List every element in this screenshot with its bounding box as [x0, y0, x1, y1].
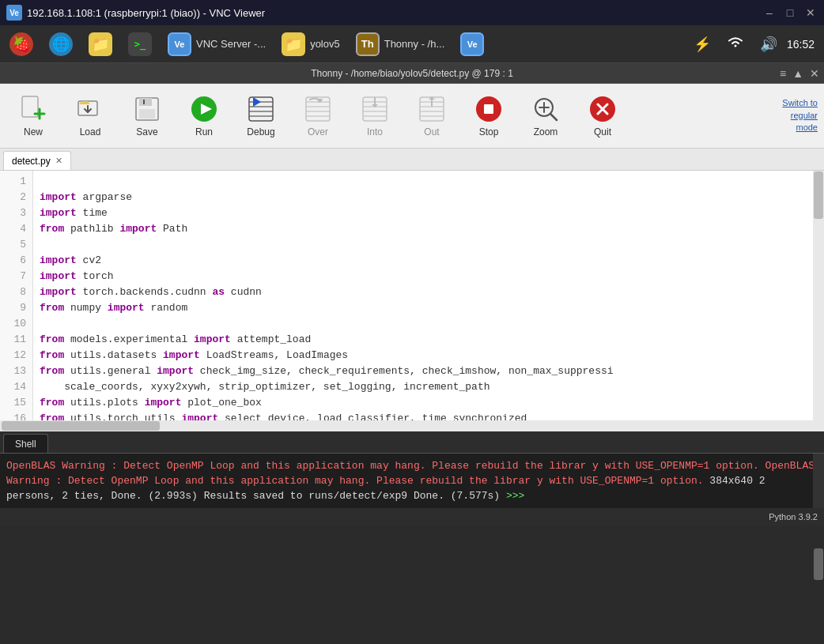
- minimize-button[interactable]: –: [762, 6, 777, 20]
- status-bar: Python 3.9.2: [0, 508, 824, 525]
- taskbar-thonny[interactable]: Th Thonny - /h...: [350, 28, 452, 60]
- editor-scrollbar-thumb[interactable]: [814, 171, 823, 219]
- taskbar-vnc2[interactable]: Ve: [454, 28, 490, 60]
- out-icon: [418, 95, 446, 123]
- line-num-11: 11: [0, 332, 32, 348]
- run-label: Run: [195, 126, 213, 137]
- out-button[interactable]: Out: [405, 88, 459, 145]
- sub-up-btn[interactable]: ▲: [791, 67, 805, 80]
- stop-icon: [474, 95, 503, 123]
- zoom-label: Zoom: [534, 126, 558, 137]
- taskbar-thonny-label: Thonny - /h...: [384, 38, 445, 50]
- taskbar-terminal[interactable]: >_: [122, 28, 158, 60]
- shell-result-2: Results saved to runs/detect/exp9: [204, 490, 407, 502]
- vnc-icon: Ve: [168, 32, 191, 56]
- volume-icon[interactable]: 🔊: [754, 28, 784, 60]
- load-button[interactable]: Load: [63, 88, 117, 145]
- shell-warning-1: OpenBLAS Warning : Detect OpenMP Loop an…: [6, 460, 759, 472]
- taskbar-raspberry[interactable]: 🍓: [3, 28, 40, 60]
- quit-icon: [588, 95, 617, 123]
- maximize-button[interactable]: □: [783, 6, 797, 20]
- quit-button[interactable]: Quit: [576, 88, 629, 145]
- svg-rect-38: [484, 104, 493, 114]
- line-num-7: 7: [0, 269, 32, 284]
- sub-menu-btn[interactable]: ≡: [778, 67, 788, 80]
- editor-scrollbar-h[interactable]: [0, 420, 813, 431]
- sub-close-btn[interactable]: ✕: [808, 67, 821, 80]
- over-icon: [304, 95, 332, 123]
- save-button[interactable]: Save: [120, 88, 174, 145]
- zoom-button[interactable]: Zoom: [519, 88, 573, 145]
- svg-rect-17: [306, 97, 330, 121]
- thonny-icon: Th: [356, 32, 380, 56]
- shell-tab[interactable]: Shell: [3, 434, 48, 453]
- debug-icon: [247, 95, 275, 123]
- shell-scrollbar-thumb[interactable]: [814, 548, 823, 580]
- title-bar-controls: – □ ✕: [762, 6, 818, 20]
- shell-tab-label: Shell: [15, 439, 36, 450]
- new-label: New: [24, 126, 43, 137]
- stop-label: Stop: [479, 126, 499, 137]
- line-num-5: 5: [0, 237, 32, 253]
- taskbar-folder1[interactable]: 📁: [82, 28, 119, 60]
- run-icon: [190, 95, 218, 123]
- taskbar-browser[interactable]: 🌐: [43, 28, 79, 60]
- debug-label: Debug: [247, 126, 274, 137]
- folder-icon: 📁: [89, 32, 112, 56]
- bluetooth-icon[interactable]: ⚡: [687, 28, 717, 60]
- line-num-1: 1: [0, 174, 32, 190]
- svg-rect-11: [249, 97, 273, 121]
- run-button[interactable]: Run: [177, 88, 231, 145]
- editor-scrollbar-v[interactable]: [813, 171, 824, 431]
- editor-scrollbar-h-thumb[interactable]: [2, 421, 160, 431]
- line-num-13: 13: [0, 363, 32, 379]
- close-button[interactable]: ✕: [803, 6, 818, 20]
- new-icon: [19, 95, 47, 123]
- shell-scrollbar[interactable]: [813, 454, 824, 508]
- line-num-2: 2: [0, 190, 32, 205]
- svg-marker-16: [253, 97, 261, 107]
- debug-button[interactable]: Debug: [234, 88, 288, 145]
- over-label: Over: [308, 126, 328, 137]
- window-title: 192.168.1.108:1 (raspberrypi:1 (biao)) -…: [27, 7, 265, 19]
- taskbar-vnc[interactable]: Ve VNC Server -...: [161, 28, 272, 60]
- line-num-3: 3: [0, 205, 32, 221]
- taskbar-yolov5[interactable]: 📁 yolov5: [275, 28, 346, 60]
- editor-area: detect.py ✕ 1 2 3 4 5 6 7 8 9 10 11 12 1…: [0, 149, 824, 431]
- system-clock: 16:52: [787, 38, 821, 51]
- new-button[interactable]: New: [6, 88, 60, 145]
- wifi-icon[interactable]: [720, 28, 750, 60]
- line-num-4: 4: [0, 221, 32, 237]
- line-num-14: 14: [0, 379, 32, 395]
- save-icon: [133, 95, 161, 123]
- line-num-10: 10: [0, 316, 32, 332]
- into-icon: [361, 95, 389, 123]
- line-num-8: 8: [0, 284, 32, 300]
- line-num-15: 15: [0, 395, 32, 411]
- into-button[interactable]: Into: [348, 88, 402, 145]
- stop-button[interactable]: Stop: [462, 88, 516, 145]
- tab-filename: detect.py: [12, 156, 51, 167]
- shell-output[interactable]: OpenBLAS Warning : Detect OpenMP Loop an…: [0, 454, 824, 508]
- into-label: Into: [367, 126, 383, 137]
- thonny-title-bar: Thonny - /home/biao/yolov5/detect.py @ 1…: [0, 63, 824, 84]
- shell-result-3: Done. (7.577s): [414, 490, 500, 502]
- save-label: Save: [136, 126, 157, 137]
- code-editor[interactable]: import argparse import time from pathlib…: [33, 171, 824, 431]
- line-numbers: 1 2 3 4 5 6 7 8 9 10 11 12 13 14 15 16: [0, 171, 33, 431]
- vnc2-icon: Ve: [460, 32, 484, 56]
- switch-mode-button[interactable]: Switch toregularmode: [782, 97, 818, 134]
- app-icon: Ve: [6, 5, 22, 21]
- taskbar-yolov5-label: yolov5: [310, 38, 340, 50]
- load-label: Load: [80, 126, 101, 137]
- editor-tab-detect[interactable]: detect.py ✕: [3, 151, 71, 170]
- title-bar: Ve 192.168.1.108:1 (raspberrypi:1 (biao)…: [0, 0, 824, 25]
- tab-close-btn[interactable]: ✕: [55, 156, 62, 166]
- browser-icon: 🌐: [49, 32, 73, 56]
- shell-area: Shell OpenBLAS Warning : Detect OpenMP L…: [0, 431, 824, 508]
- svg-rect-6: [139, 98, 152, 106]
- zoom-icon: [531, 95, 560, 123]
- over-button[interactable]: Over: [291, 88, 345, 145]
- sub-title-controls: ≡ ▲ ✕: [778, 67, 821, 80]
- title-bar-left: Ve 192.168.1.108:1 (raspberrypi:1 (biao)…: [6, 5, 265, 21]
